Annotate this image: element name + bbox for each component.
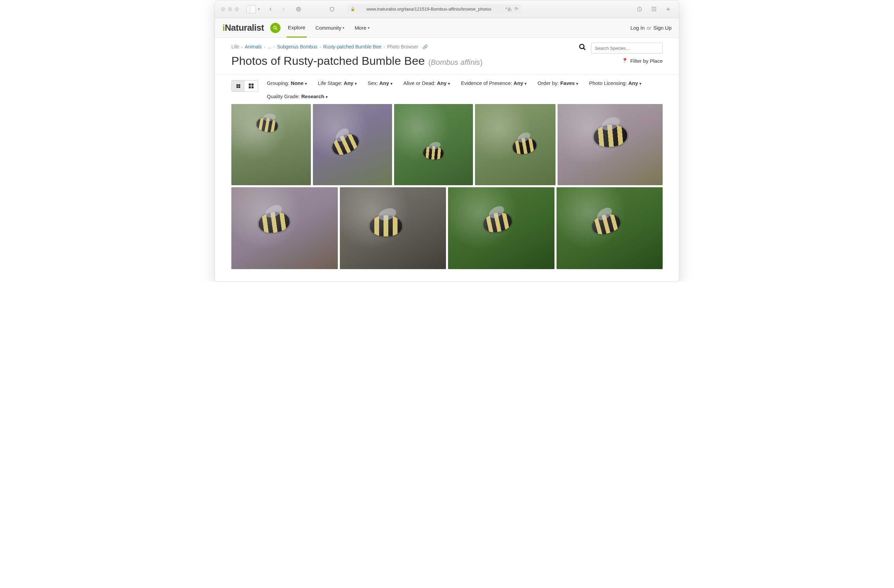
chevron-down-icon: ▾ — [343, 26, 344, 30]
svg-point-5 — [580, 44, 584, 49]
filter-value: Any — [437, 80, 446, 86]
page-title: Photos of Rusty-patched Bumble Bee — [231, 54, 425, 68]
chevron-down-icon: ▼ — [575, 82, 579, 86]
close-window-icon[interactable] — [221, 7, 225, 11]
breadcrumb-separator: › — [383, 44, 385, 50]
window-controls — [221, 7, 239, 11]
show-tabs-icon[interactable] — [649, 5, 658, 14]
filter-label: Alive or Dead: — [403, 80, 437, 86]
filter-life-stage[interactable]: Life Stage: Any▼ — [318, 80, 357, 86]
filter-value: Any — [344, 80, 353, 86]
url-text: www.inaturalist.org/taxa/121519-Bombus-a… — [367, 6, 491, 12]
paren-close: ) — [480, 58, 482, 66]
filter-label: Life Stage: — [318, 80, 344, 86]
map-pin-icon: 📍 — [622, 58, 628, 64]
filter-alive-dead[interactable]: Alive or Dead: Any▼ — [403, 80, 451, 86]
breadcrumb-separator: › — [264, 44, 266, 50]
photo-thumbnail[interactable] — [557, 187, 663, 269]
filter-grouping[interactable]: Grouping: None▼ — [267, 80, 307, 86]
sidebar-toggle-button[interactable] — [246, 5, 256, 14]
nav-community[interactable]: Community▾ — [314, 18, 346, 38]
history-icon[interactable] — [635, 5, 644, 14]
back-button[interactable] — [266, 5, 275, 14]
filter-bar: Grouping: None▼ Life Stage: Any▼ Sex: An… — [215, 75, 679, 104]
nav-community-label: Community — [316, 25, 341, 31]
filter-label: Quality Grade: — [267, 93, 301, 99]
address-bar[interactable]: 🔒 www.inaturalist.org/taxa/121519-Bombus… — [347, 5, 521, 14]
photo-thumbnail[interactable] — [557, 104, 663, 185]
logo-prefix: i — [222, 23, 225, 33]
login-link[interactable]: Log In — [631, 25, 645, 31]
breadcrumb-species[interactable]: Rusty-patched Bumble Bee — [323, 44, 381, 50]
filter-label: Sex: — [368, 80, 379, 86]
new-tab-button[interactable]: ＋ — [663, 5, 673, 14]
browser-toolbar: ▾ 🔒 www.inaturalist.org/taxa/121519-Bomb… — [215, 0, 679, 18]
filter-value: Any — [379, 80, 389, 86]
species-search-input[interactable] — [591, 43, 663, 54]
nav-more[interactable]: More▾ — [353, 18, 371, 38]
page-subtitle: (Bombus affinis) — [428, 58, 482, 67]
filter-label: Evidence of Presence: — [461, 80, 513, 86]
filter-by-place[interactable]: 📍 Filter by Place — [622, 58, 663, 64]
reload-icon[interactable]: ⟳ — [515, 6, 518, 12]
breadcrumb-separator: › — [319, 44, 321, 50]
chevron-down-icon: ▼ — [524, 82, 527, 86]
svg-point-1 — [297, 8, 299, 10]
svg-line-6 — [583, 48, 586, 50]
svg-line-4 — [276, 28, 277, 30]
filter-sex[interactable]: Sex: Any▼ — [368, 80, 393, 86]
filter-order-by[interactable]: Order by: Faves▼ — [538, 80, 579, 86]
photo-thumbnail[interactable] — [394, 104, 473, 185]
filter-value: Faves — [560, 80, 575, 86]
photo-thumbnail[interactable] — [313, 104, 392, 185]
browser-window: ▾ 🔒 www.inaturalist.org/taxa/121519-Bomb… — [214, 0, 680, 282]
photo-thumbnail[interactable] — [475, 104, 555, 185]
filter-value: Research — [301, 93, 325, 99]
logo-text: Naturalist — [225, 23, 264, 33]
page-subheader: Life › Animals › ... › Subgenus Bombus ›… — [215, 38, 679, 75]
chevron-down-icon: ▾ — [368, 26, 370, 30]
filter-place-label: Filter by Place — [630, 58, 663, 64]
signup-link[interactable]: Sign Up — [654, 25, 672, 31]
chevron-down-icon: ▼ — [354, 82, 358, 86]
filter-label: Grouping: — [267, 80, 291, 86]
chevron-down-icon: ▼ — [390, 82, 393, 86]
search-button[interactable] — [270, 23, 281, 33]
scientific-name: Bombus affinis — [430, 58, 480, 66]
nav-more-label: More — [355, 25, 366, 31]
translate-icon[interactable]: ᴬあ — [505, 6, 512, 12]
filter-licensing[interactable]: Photo Licensing: Any▼ — [589, 80, 642, 86]
breadcrumb-current: Photo Browser — [387, 44, 418, 50]
breadcrumb-separator: › — [241, 44, 243, 50]
chevron-down-icon: ▼ — [447, 82, 451, 86]
auth-links: Log In or Sign Up — [631, 25, 672, 31]
chevron-down-icon: ▼ — [304, 82, 308, 86]
photo-thumbnail[interactable] — [231, 187, 338, 269]
maximize-window-icon[interactable] — [235, 7, 239, 11]
minimize-window-icon[interactable] — [228, 7, 232, 11]
site-header: iNaturalist Explore Community▾ More▾ Log… — [215, 18, 679, 38]
breadcrumb-animals[interactable]: Animals — [245, 44, 262, 50]
site-logo[interactable]: iNaturalist — [222, 23, 264, 33]
nav-explore[interactable]: Explore — [287, 18, 307, 38]
nav-explore-label: Explore — [288, 24, 305, 30]
shield-icon[interactable] — [327, 5, 337, 14]
breadcrumb-ellipsis[interactable]: ... — [267, 44, 272, 50]
photo-thumbnail[interactable] — [340, 187, 446, 269]
photo-thumbnail[interactable] — [231, 104, 311, 185]
view-justified-button[interactable] — [232, 80, 245, 91]
filter-label: Photo Licensing: — [589, 80, 628, 86]
permalink-icon[interactable]: 🔗 — [423, 44, 428, 50]
filter-value: None — [291, 80, 304, 86]
filter-label: Order by: — [538, 80, 560, 86]
search-icon[interactable] — [579, 43, 586, 53]
photo-thumbnail[interactable] — [448, 187, 554, 269]
filter-quality-grade[interactable]: Quality Grade: Research▼ — [267, 93, 663, 99]
filter-evidence[interactable]: Evidence of Presence: Any▼ — [461, 80, 527, 86]
chevron-down-icon[interactable]: ▾ — [258, 7, 260, 11]
view-grid-button[interactable] — [245, 80, 258, 91]
breadcrumb-life[interactable]: Life — [231, 44, 239, 50]
privacy-report-icon[interactable] — [294, 5, 304, 14]
forward-button[interactable] — [279, 5, 288, 14]
breadcrumb-subgenus[interactable]: Subgenus Bombus — [277, 44, 317, 50]
